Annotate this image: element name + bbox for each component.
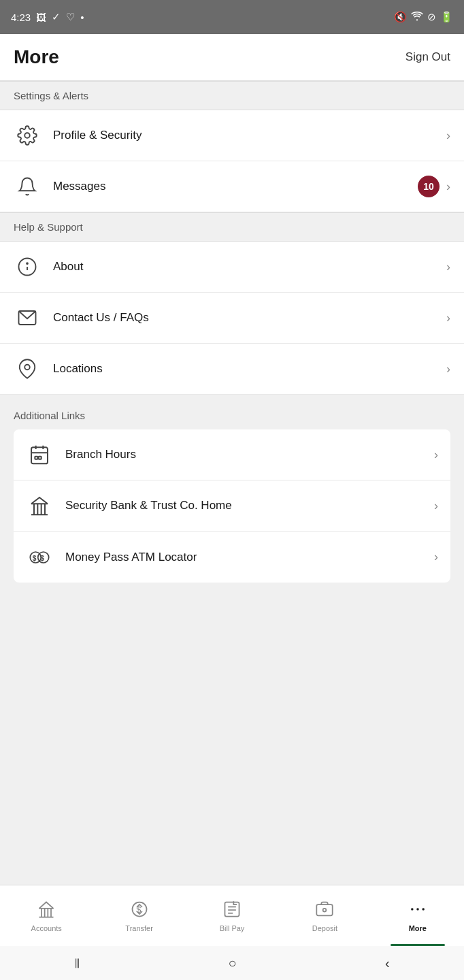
dot-icon: • xyxy=(80,12,84,23)
link-item-bank-home[interactable]: Security Bank & Trust Co. Home › xyxy=(14,480,450,532)
svg-rect-34 xyxy=(317,904,333,915)
link-label-atm-locator: Money Pass ATM Locator xyxy=(65,551,434,564)
billpay-nav-icon xyxy=(222,900,242,921)
atm-icon: $ $ xyxy=(26,546,53,568)
bell-icon xyxy=(14,176,41,197)
svg-point-0 xyxy=(24,133,30,138)
pin-icon xyxy=(14,359,41,379)
nav-label-accounts: Accounts xyxy=(31,924,62,932)
wifi-icon xyxy=(411,12,423,23)
menu-right-messages: 10 › xyxy=(418,176,450,197)
link-item-branch-hours[interactable]: Branch Hours › xyxy=(14,429,450,480)
menu-item-locations[interactable]: Locations › xyxy=(0,344,464,395)
chevron-icon-branch-hours: › xyxy=(434,448,438,462)
accounts-nav-icon xyxy=(37,900,56,921)
svg-rect-11 xyxy=(39,457,42,459)
menu-item-about[interactable]: About › xyxy=(0,242,464,293)
system-nav-bar: ⦀ ○ ‹ xyxy=(0,946,464,980)
bank-icon xyxy=(26,495,53,517)
chevron-icon-locations: › xyxy=(446,362,450,376)
svg-point-35 xyxy=(323,908,327,911)
status-bar: 4:23 🖼 ✓ ♡ • 🔇 ⊘ 🔋 xyxy=(0,0,464,34)
envelope-icon xyxy=(14,308,41,328)
system-nav-menu[interactable]: ⦀ xyxy=(74,956,80,971)
menu-right-locations: › xyxy=(446,362,450,376)
svg-rect-30 xyxy=(225,902,239,916)
section-header-help: Help & Support xyxy=(0,212,464,242)
nav-item-transfer[interactable]: $ Transfer xyxy=(93,885,185,946)
nav-label-more: More xyxy=(409,924,427,932)
menu-item-profile[interactable]: Profile & Security › xyxy=(0,110,464,161)
status-left: 4:23 🖼 ✓ ♡ • xyxy=(11,11,84,23)
transfer-nav-icon: $ xyxy=(130,900,149,921)
nav-item-more[interactable]: More xyxy=(371,885,464,946)
status-right: 🔇 ⊘ 🔋 xyxy=(394,11,453,23)
nobell-icon: ⊘ xyxy=(427,11,436,23)
sign-out-button[interactable]: Sign Out xyxy=(405,50,450,64)
gear-icon xyxy=(14,125,41,146)
calendar-icon xyxy=(26,444,53,466)
chevron-icon-about: › xyxy=(446,260,450,274)
nav-label-deposit: Deposit xyxy=(312,924,337,932)
svg-text:$: $ xyxy=(40,554,44,561)
links-card: Branch Hours › Security Bank & Trust Co.… xyxy=(14,429,450,583)
menu-right-profile: › xyxy=(446,129,450,143)
section-header-settings: Settings & Alerts xyxy=(0,81,464,110)
nav-item-billpay[interactable]: Bill Pay xyxy=(186,885,278,946)
svg-text:$: $ xyxy=(33,554,37,561)
link-label-bank-home: Security Bank & Trust Co. Home xyxy=(65,499,434,512)
menu-label-locations: Locations xyxy=(53,362,446,376)
nav-label-transfer: Transfer xyxy=(125,924,153,932)
info-icon xyxy=(14,257,41,277)
svg-rect-6 xyxy=(31,447,48,463)
menu-right-about: › xyxy=(446,260,450,274)
system-nav-back[interactable]: ‹ xyxy=(385,956,390,971)
mute-icon: 🔇 xyxy=(394,11,407,23)
nav-item-accounts[interactable]: Accounts xyxy=(0,885,93,946)
menu-item-contact[interactable]: Contact Us / FAQs › xyxy=(0,293,464,344)
nav-item-deposit[interactable]: Deposit xyxy=(278,885,371,946)
check-icon: ✓ xyxy=(52,11,61,23)
chevron-icon-contact: › xyxy=(446,311,450,325)
menu-label-about: About xyxy=(53,260,446,274)
status-time: 4:23 xyxy=(11,12,31,23)
svg-point-37 xyxy=(416,908,419,911)
battery-icon: 🔋 xyxy=(440,11,453,23)
messages-badge: 10 xyxy=(418,176,440,197)
nav-label-billpay: Bill Pay xyxy=(220,924,245,932)
menu-label-messages: Messages xyxy=(53,180,418,193)
header: More Sign Out xyxy=(0,34,464,81)
menu-label-contact: Contact Us / FAQs xyxy=(53,311,446,325)
svg-point-38 xyxy=(422,908,425,911)
menu-right-contact: › xyxy=(446,311,450,325)
chevron-icon-profile: › xyxy=(446,129,450,143)
link-label-branch-hours: Branch Hours xyxy=(65,448,434,461)
menu-item-messages[interactable]: Messages 10 › xyxy=(0,161,464,212)
more-nav-icon xyxy=(408,900,427,921)
chevron-icon-bank-home: › xyxy=(434,499,438,513)
bottom-nav: Accounts $ Transfer Bill Pay xyxy=(0,885,464,946)
link-item-atm-locator[interactable]: $ $ Money Pass ATM Locator › xyxy=(14,532,450,583)
additional-links-label: Additional Links xyxy=(14,402,450,429)
system-nav-home[interactable]: ○ xyxy=(229,956,237,971)
svg-rect-10 xyxy=(35,457,37,459)
svg-point-36 xyxy=(411,908,414,911)
svg-point-5 xyxy=(24,365,30,370)
image-icon: 🖼 xyxy=(36,12,46,23)
page-title: More xyxy=(14,46,59,68)
deposit-nav-icon xyxy=(315,900,334,921)
menu-label-profile: Profile & Security xyxy=(53,129,446,142)
chevron-icon-messages: › xyxy=(446,180,450,194)
heart-icon: ♡ xyxy=(66,11,75,23)
chevron-icon-atm-locator: › xyxy=(434,550,438,564)
additional-links-section: Additional Links Branch Hours › xyxy=(0,395,464,885)
